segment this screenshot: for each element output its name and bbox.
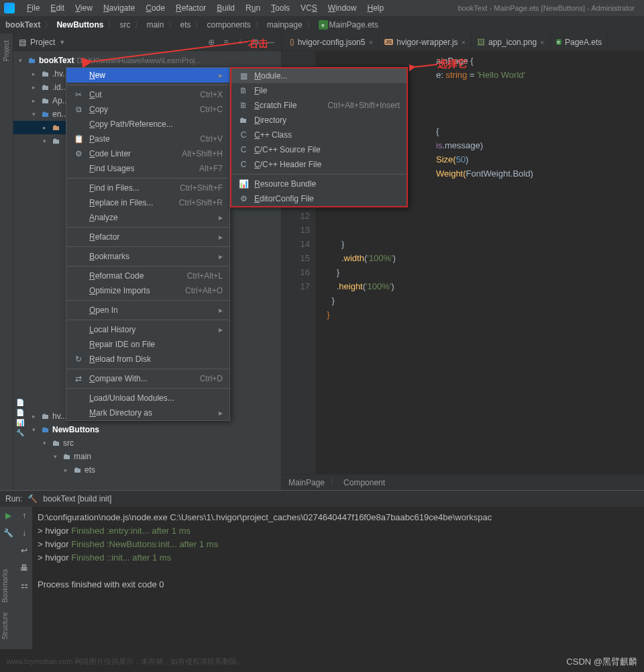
run-tool-icon[interactable]: 🔧	[3, 528, 13, 538]
menu-item-local-history[interactable]: Local History▸	[66, 322, 229, 337]
menu-file[interactable]: File	[23, 2, 44, 14]
menu-item-file[interactable]: 🗎File	[231, 83, 407, 98]
menu-item-refactor[interactable]: Refactor▸	[66, 230, 229, 244]
menu-icon: 🖿	[238, 115, 249, 125]
pane-mini-icon[interactable]: 📊	[16, 419, 24, 426]
context-menu-main[interactable]: New▸✂CutCtrl+X⧉CopyCtrl+CCopy Path/Refer…	[66, 67, 230, 421]
structure-tool-tab[interactable]: Structure	[1, 612, 12, 640]
menu-item-mark-directory-as[interactable]: Mark Directory as▸	[66, 405, 229, 420]
settings-icon[interactable]: ⚙	[250, 37, 261, 48]
crumb-mainpage[interactable]: mainpage	[267, 20, 303, 30]
run-panel: Run: 🔨 bookText [build init] ▶ 🔧 ↑ ↓ ↩ 🖶…	[0, 490, 644, 649]
pane-title[interactable]: Project	[30, 38, 55, 47]
run-play-icon[interactable]: ▶	[5, 511, 11, 520]
menu-item-c-c-header-file[interactable]: CC/C++ Header File	[231, 157, 407, 172]
menu-edit[interactable]: Edit	[46, 2, 68, 14]
crumb-components[interactable]: components	[207, 20, 250, 30]
pane-mini-icon[interactable]: 🔧	[16, 429, 24, 436]
menu-vcs[interactable]: VCS	[297, 2, 321, 14]
crumb-component[interactable]: Component	[343, 478, 385, 487]
tab-pagea[interactable]: ePageA.ets	[551, 34, 608, 50]
menu-icon: C	[238, 130, 249, 140]
menu-item-compare-with-[interactable]: ⇄Compare With...Ctrl+D	[66, 371, 229, 386]
context-menu-new[interactable]: ▦Module...🗎File🗎Scratch FileCtrl+Alt+Shi…	[230, 67, 408, 207]
menu-item-reformat-code[interactable]: Reformat CodeCtrl+Alt+L	[66, 269, 229, 283]
crumb-module[interactable]: NewButtons	[56, 20, 103, 30]
menu-icon: ⇄	[73, 374, 84, 383]
crumb-root[interactable]: bookText	[5, 20, 40, 30]
run-print-icon[interactable]: 🖶	[20, 563, 28, 573]
crumb-class[interactable]: MainPage	[288, 478, 325, 487]
run-up-icon[interactable]: ↑	[22, 511, 26, 520]
menu-item-bookmarks[interactable]: Bookmarks▸	[66, 249, 229, 264]
tree-newbuttons[interactable]: ▾🖿NewButtons	[13, 423, 281, 436]
tab-app-icon[interactable]: 🖼app_icon.png×	[472, 34, 551, 50]
crumb-ets[interactable]: ets	[180, 20, 191, 30]
menu-view[interactable]: View	[71, 2, 97, 14]
run-output[interactable]: D:\configuration\node.js\node.exe C:\Use…	[32, 507, 644, 649]
tree-item[interactable]: ▸🖿ets	[13, 463, 281, 477]
menu-code[interactable]: Code	[142, 2, 169, 14]
pane-mini-icon[interactable]: 📄	[16, 399, 24, 406]
run-filter-icon[interactable]: ⚏	[21, 581, 28, 590]
menu-item-c-c-source-file[interactable]: CC/C++ Source File	[231, 142, 407, 157]
menu-item-find-in-files-[interactable]: Find in Files...Ctrl+Shift+F	[66, 181, 229, 195]
nav-breadcrumb: bookText〉 NewButtons〉 src〉 main〉 ets〉 co…	[0, 16, 644, 34]
run-wrap-icon[interactable]: ↩	[21, 546, 28, 555]
run-down-icon[interactable]: ↓	[22, 528, 26, 538]
menu-item-replace-in-files-[interactable]: Replace in Files...Ctrl+Shift+R	[66, 195, 229, 210]
pane-mini-icon[interactable]: 📄	[16, 409, 24, 416]
tree-item[interactable]: ▾🖿main	[13, 450, 281, 463]
menu-help[interactable]: Help	[363, 2, 388, 14]
menu-icon: C	[238, 145, 249, 154]
editor-tabs: {}hvigor-config.json5× JShvigor-wrapper.…	[282, 34, 644, 51]
close-icon[interactable]: ×	[462, 38, 466, 46]
collapse-icon[interactable]: ÷	[235, 37, 246, 48]
menu-item-cut[interactable]: ✂CutCtrl+X	[66, 87, 229, 102]
tab-hvigor-config[interactable]: {}hvigor-config.json5×	[284, 34, 379, 50]
left-bottom-tabs: Structure Bookmarks	[0, 564, 13, 645]
menu-item-optimize-imports[interactable]: Optimize ImportsCtrl+Alt+O	[66, 283, 229, 298]
menu-item-editorconfig-file[interactable]: ⚙EditorConfig File	[231, 191, 407, 206]
menu-refactor[interactable]: Refactor	[172, 2, 210, 14]
crumb-main[interactable]: main	[146, 20, 164, 30]
menu-item-open-in[interactable]: Open In▸	[66, 303, 229, 318]
menu-item-repair-ide-on-file[interactable]: Repair IDE on File	[66, 337, 229, 352]
crumb-file[interactable]: MainPage.ets	[329, 20, 378, 30]
menu-window[interactable]: Window	[324, 2, 361, 14]
tree-item[interactable]: ▾🖿src	[13, 436, 281, 450]
bookmarks-tool-tab[interactable]: Bookmarks	[1, 569, 12, 603]
expand-icon[interactable]: ≡	[221, 37, 231, 48]
menu-item-code-linter[interactable]: ⚙Code LinterAlt+Shift+H	[66, 146, 229, 161]
close-icon[interactable]: ×	[368, 38, 372, 46]
close-icon[interactable]: ×	[540, 38, 544, 46]
menu-item-scratch-file[interactable]: 🗎Scratch FileCtrl+Alt+Shift+Insert	[231, 98, 407, 113]
menu-item-load-unload-modules-[interactable]: Load/Unload Modules...	[66, 391, 229, 405]
locate-icon[interactable]: ⊕	[206, 37, 217, 48]
menu-run[interactable]: Run	[241, 2, 264, 14]
menu-item-copy[interactable]: ⧉CopyCtrl+C	[66, 102, 229, 117]
menu-build[interactable]: Build	[213, 2, 239, 14]
menu-item-c-class[interactable]: CC++ Class	[231, 128, 407, 142]
menu-item-paste[interactable]: 📋PasteCtrl+V	[66, 132, 229, 146]
pane-selector-icon: ▤	[19, 38, 26, 47]
menu-item-analyze[interactable]: Analyze▸	[66, 210, 229, 225]
run-config[interactable]: bookText [build init]	[43, 494, 111, 503]
crumb-src[interactable]: src	[119, 20, 130, 30]
menu-item-copy-path-reference-[interactable]: Copy Path/Reference...	[66, 117, 229, 132]
menu-item-find-usages[interactable]: Find UsagesAlt+F7	[66, 161, 229, 176]
menu-item-module-[interactable]: ▦Module...	[231, 68, 407, 83]
project-tool-tab[interactable]: Project	[3, 38, 10, 64]
menu-item-reload-from-disk[interactable]: ↻Reload from Disk	[66, 352, 229, 367]
tree-root[interactable]: ▾🖿bookText D:\ KK\www\Huawei\www\LearnPr…	[13, 54, 281, 67]
run-label: Run:	[5, 494, 22, 503]
menu-item-resource-bundle[interactable]: 📊Resource Bundle	[231, 177, 407, 191]
tab-hvigor-wrapper[interactable]: JShvigor-wrapper.js×	[379, 34, 472, 50]
menu-item-new[interactable]: New▸	[66, 68, 229, 83]
left-gutter: Project	[0, 34, 13, 490]
menu-navigate[interactable]: Navigate	[99, 2, 139, 14]
hide-icon[interactable]: —	[265, 37, 276, 48]
menu-item-directory[interactable]: 🖿Directory	[231, 113, 407, 128]
menu-tools[interactable]: Tools	[267, 2, 294, 14]
menu-icon: 📋	[73, 134, 84, 144]
